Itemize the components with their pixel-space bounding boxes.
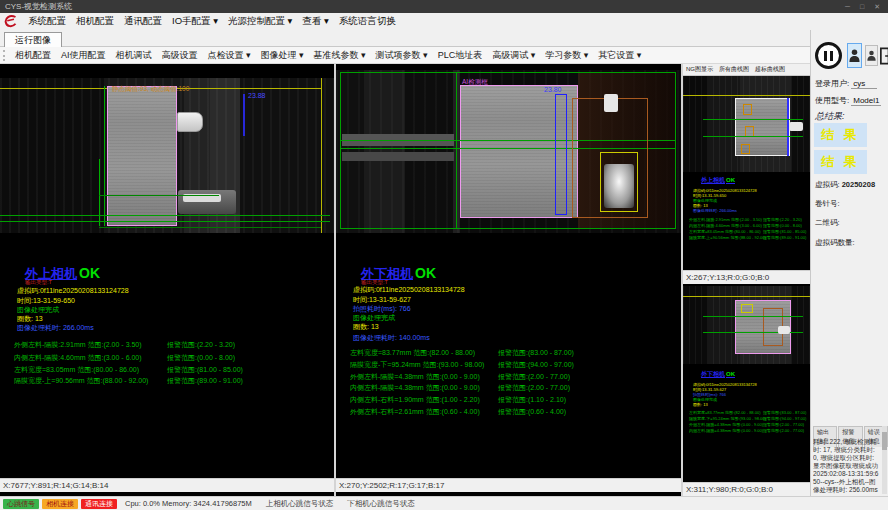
result-ok-badge: OK	[79, 265, 100, 281]
mini-result-title: 外上相机OK	[701, 176, 735, 185]
pixel-coords-readout: X:267;Y:13;R:0;G:0;B:0	[683, 270, 810, 284]
camera-result-subtitle: 输出类型:T	[25, 279, 52, 286]
overlay-bright-part	[604, 94, 618, 112]
info-virtual-code: 虚拟码:0f11ine20250208133134728	[353, 285, 465, 295]
close-icon[interactable]: ✕	[874, 3, 884, 10]
control-side-panel: 登录用户:cys 使用型号:Model1 总结果: 结 果 结 果 虚拟码: 2…	[810, 30, 888, 496]
overlay-connector-part	[789, 122, 803, 131]
tool-advanced-debug[interactable]: 高级调试 ▾	[487, 49, 540, 62]
overlay-measure-marker: 23.88	[248, 92, 266, 99]
tool-other-settings[interactable]: 其它设置 ▾	[593, 49, 646, 62]
ng-panel-tabs: NG图显示 所有曲线图 超标曲线图	[683, 64, 810, 76]
camera-view-upper[interactable]: 静态阈值:93, 动态阈值:100 23.88 外上相机OK 输出类型:T 虚拟…	[0, 64, 334, 496]
overlay-threshold-label: 静态阈值:93, 动态阈值:100	[112, 85, 189, 94]
cpu-memory-readout: Cpu: 0.0% Memory: 3424.41796875M	[125, 499, 252, 508]
overlay-yellow-vline	[321, 78, 322, 233]
tool-plc-table[interactable]: PLC地址表	[433, 49, 488, 62]
pause-icon	[824, 51, 827, 61]
login-user-value: cys	[851, 79, 877, 89]
tool-learning-params[interactable]: 学习参数 ▾	[540, 49, 593, 62]
overlay-blue-bracket	[243, 94, 245, 136]
measurement-row: 内侧左料-隔膜:4.60mm 范围:(3.00 - 6.00)报警范围:(0.0…	[0, 353, 334, 363]
tool-camera-debug[interactable]: 相机调试	[111, 49, 157, 62]
virtual-code-value: 20250208	[842, 180, 875, 189]
exit-button[interactable]	[880, 43, 888, 68]
menu-camera-config[interactable]: 相机配置	[71, 15, 119, 28]
info-process-time: 图像处理耗时: 266.00ms	[17, 323, 94, 333]
right-panel-column: NG图显示 所有曲线图 超标曲线图 外上相机OK 虚拟码:0f11ine2025…	[683, 64, 810, 496]
overlay-green-hline2	[703, 136, 803, 137]
tool-camera-config[interactable]: 相机配置	[10, 49, 56, 62]
history-image-panel[interactable]: 外下相机OK 虚拟码:0f11ine20250208133134728 时间:1…	[683, 286, 810, 496]
scrollbar-thumb[interactable]	[882, 432, 887, 450]
result-box-lower: 结 果	[814, 150, 867, 174]
ng-image-panel[interactable]: NG图显示 所有曲线图 超标曲线图 外上相机OK 虚拟码:0f11ine2025…	[683, 64, 810, 284]
main-area: 静态阈值:93, 动态阈值:100 23.88 外上相机OK 输出类型:T 虚拟…	[0, 64, 810, 496]
operator-user-button[interactable]	[847, 43, 862, 68]
measurement-row: 外侧左料-右料=2.61mm 范围:(0.60 - 4.00)报警范围:(0.6…	[336, 407, 681, 417]
toolbar: 相机配置 AI使用配置 相机调试 高级设置 点检设置 ▾ 图像处理 ▾ 基准线参…	[0, 47, 888, 64]
overlay-blue-roi	[555, 94, 567, 215]
tool-advanced-settings[interactable]: 高级设置	[157, 49, 203, 62]
overlay-green-hline2	[0, 221, 330, 222]
tool-ai-config[interactable]: AI使用配置	[56, 49, 111, 62]
camera-connect-badge: 相机连接	[42, 499, 78, 509]
admin-user-button[interactable]	[865, 45, 878, 66]
info-process-time: 图像处理耗时: 140.00ms	[353, 333, 430, 343]
status-bar: 心跳信号 相机连接 通讯连接 Cpu: 0.0% Memory: 3424.41…	[0, 496, 888, 510]
overlay-material-block	[107, 86, 177, 226]
log-output-text: 耗时: 222, 瑕疵检测耗时: 17, 瑕疵分类耗时: 0, 瑕疵提取分区耗时…	[813, 438, 881, 494]
measurement-row: 外侧左料-隔膜:2.91mm 范围:(2.00 - 3.50)报警范围:(2.2…	[0, 340, 334, 350]
overlay-green-hline1	[0, 215, 330, 216]
needle-number-field: 卷针号:	[815, 199, 840, 209]
menu-view[interactable]: 查看 ▾	[297, 15, 333, 28]
minimize-icon[interactable]: ─	[845, 3, 854, 10]
pause-button[interactable]	[815, 42, 842, 69]
result-ok-badge: OK	[415, 265, 436, 281]
maximize-icon[interactable]: □	[860, 3, 868, 10]
tool-test-params[interactable]: 测试项参数 ▾	[371, 49, 433, 62]
user-icon	[867, 49, 876, 62]
tool-image-processing[interactable]: 图像处理 ▾	[256, 49, 309, 62]
menu-system-config[interactable]: 系统配置	[23, 15, 71, 28]
tool-baseline-params[interactable]: 基准线参数 ▾	[309, 49, 371, 62]
mini-result-title: 外下相机OK	[701, 370, 735, 379]
tab-run-image[interactable]: 运行图像	[4, 32, 62, 47]
tab-ng-image[interactable]: NG图显示	[683, 65, 716, 74]
app-window: CYS-视觉检测系统 ─ □ ✕ 系统配置 相机配置 通讯配置 IO手配置 ▾ …	[0, 0, 888, 522]
qr-code-field: 二维码:	[815, 218, 840, 228]
heartbeat-status-badge: 心跳信号	[3, 499, 39, 509]
measurement-row: 隔膜宽度-上=90.56mm 范围:(88.00 - 92.00)报警范围:(8…	[0, 376, 334, 386]
overlay-machine-stripe2	[342, 152, 454, 161]
toolbar-grip[interactable]	[3, 50, 6, 61]
login-user-label: 登录用户:	[815, 79, 849, 88]
menu-io-config[interactable]: IO手配置 ▾	[167, 15, 223, 28]
overlay-green-hline1	[703, 119, 803, 120]
log-scrollbar[interactable]	[882, 426, 887, 494]
virtual-code-count-field: 虚拟码数量:	[815, 238, 855, 248]
measurement-row: 左料宽度=83.05mm 范围:(80.00 - 86.00)报警范围:(81.…	[0, 365, 334, 375]
overlay-yellow-hline	[683, 296, 810, 297]
comm-connect-badge: 通讯连接	[81, 499, 117, 509]
result-box-upper: 结 果	[814, 123, 867, 147]
overlay-green-vline	[456, 72, 457, 229]
info-virtual-code: 虚拟码:0f11ine20250208133124728	[17, 286, 129, 296]
overlay-connector-part	[177, 112, 203, 132]
menu-language-switch[interactable]: 系统语言切换	[334, 15, 401, 28]
measurement-row: 左料宽度=83.77mm 范围:(82.00 - 88.00)报警范围:(83.…	[336, 348, 681, 358]
tool-spot-check[interactable]: 点检设置 ▾	[203, 49, 256, 62]
pixel-coords-readout: X:7677;Y:891;R:14;G:14;B:14	[0, 478, 334, 492]
overlay-green-hline4	[99, 195, 219, 196]
overlay-yellow-hline	[683, 95, 810, 96]
measurement-row: 隔膜宽度-下=95.24mm 范围:(93.00 - 98.00)报警范围:(9…	[336, 360, 681, 370]
overlay-defect-box3	[741, 144, 750, 154]
camera-view-lower[interactable]: AI检测框 23.80 外下相机OK 输出类型:T 虚拟码:0f11ine202…	[336, 64, 681, 496]
menu-light-config[interactable]: 光源控制配置 ▾	[223, 15, 297, 28]
overlay-green-hline3	[99, 227, 321, 228]
overlay-connector-part	[778, 326, 790, 334]
overlay-green-hline1	[703, 316, 803, 317]
menu-comm-config[interactable]: 通讯配置	[119, 15, 167, 28]
tab-over-limit-curves[interactable]: 超标曲线图	[752, 65, 788, 74]
model-value: Model1	[851, 96, 881, 106]
tab-all-curves[interactable]: 所有曲线图	[716, 65, 752, 74]
